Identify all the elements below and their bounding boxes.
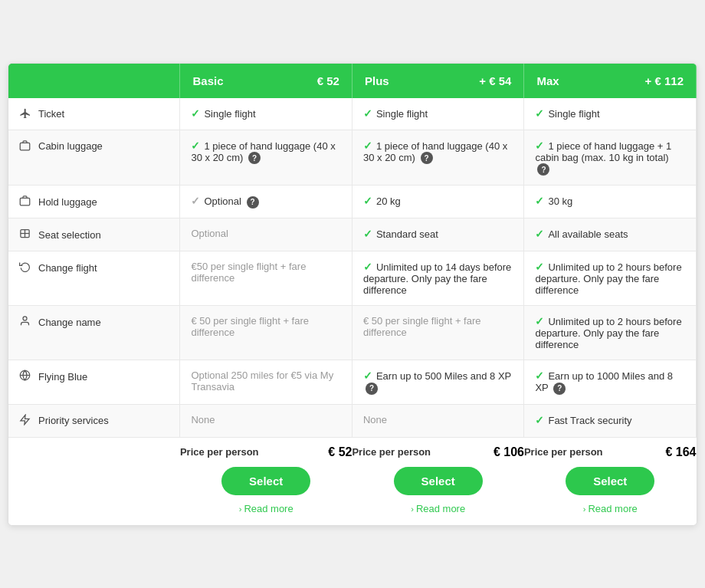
cell-7-1: None: [352, 404, 524, 437]
select-button-max[interactable]: Select: [566, 467, 654, 495]
check-green-icon: ✓: [535, 140, 544, 152]
cell-0-2: ✓Single flight: [524, 98, 697, 130]
cell-7-2: ✓Fast Track security: [524, 404, 697, 437]
check-green-icon: ✓: [535, 107, 544, 120]
select-button-plus[interactable]: Select: [394, 467, 483, 495]
help-icon[interactable]: ?: [247, 196, 259, 209]
table-row: Flying BlueOptional 250 miles for €5 via…: [8, 360, 697, 405]
cell-text: None: [363, 414, 387, 425]
table-row: Change flight€50 per single flight + far…: [8, 251, 697, 306]
cell-3-1: ✓Standard seat: [352, 218, 524, 251]
cell-text: Unlimited up to 2 hours before departure…: [535, 261, 681, 296]
cell-5-2: ✓Unlimited up to 2 hours before departur…: [524, 306, 697, 360]
hold-luggage-icon: [19, 195, 33, 209]
cell-text: All available seats: [548, 228, 628, 240]
priority-services-icon: [19, 414, 33, 428]
table-row: Seat selectionOptional✓Standard seat✓All…: [8, 218, 697, 251]
cell-text: 1 piece of hand luggage + 1 cabin bag (m…: [535, 140, 671, 163]
cell-text: Standard seat: [376, 228, 438, 240]
svg-point-5: [23, 317, 27, 320]
read-more-basic[interactable]: ›Read more: [180, 500, 352, 521]
footer-row: Price per person € 52 Select ›Read more …: [8, 437, 697, 525]
cell-text: Single flight: [376, 108, 428, 120]
cell-2-0: ✓Optional ?: [180, 186, 352, 218]
cell-text: Fast Track security: [548, 415, 631, 426]
cell-4-0: €50 per single flight + fare difference: [180, 251, 352, 306]
header-basic: Basic € 52: [180, 64, 352, 98]
cell-6-2: ✓Earn up to 1000 Miles and 8 XP ?: [524, 360, 697, 405]
footer-basic: Price per person € 52 Select ›Read more: [180, 437, 352, 525]
check-green-icon: ✓: [363, 195, 372, 207]
select-button-basic[interactable]: Select: [221, 467, 310, 495]
cell-4-2: ✓Unlimited up to 2 hours before departur…: [524, 251, 697, 306]
pricing-table: Basic € 52 Plus + € 54 Max + € 112 Ticke…: [8, 63, 697, 526]
check-green-icon: ✓: [363, 107, 372, 120]
plan-price-max: + € 112: [645, 74, 684, 87]
svg-marker-8: [21, 415, 29, 425]
help-icon[interactable]: ?: [366, 383, 378, 395]
cell-text: Optional: [204, 195, 241, 207]
row-label-3: Seat selection: [8, 218, 180, 251]
help-icon[interactable]: ?: [248, 152, 261, 164]
help-icon[interactable]: ?: [537, 163, 549, 176]
cell-6-0: Optional 250 miles for €5 via My Transav…: [180, 360, 352, 405]
cell-text: €50 per single flight + fare difference: [191, 261, 306, 284]
header-row: Basic € 52 Plus + € 54 Max + € 112: [8, 64, 697, 98]
check-green-icon: ✓: [535, 195, 544, 207]
cell-0-1: ✓Single flight: [352, 98, 524, 130]
price-value-plus: € 106: [494, 445, 524, 459]
help-icon[interactable]: ?: [553, 383, 566, 395]
table-row: Priority servicesNoneNone✓Fast Track sec…: [8, 404, 697, 437]
cell-0-0: ✓Single flight: [180, 98, 352, 130]
row-label-7: Priority services: [8, 404, 180, 437]
seat-selection-icon: [19, 228, 33, 241]
row-label-4: Change flight: [8, 251, 180, 306]
table-row: Change name€ 50 per single flight + fare…: [8, 306, 697, 360]
cell-text: None: [191, 414, 215, 425]
cell-text: Optional: [191, 228, 228, 239]
table-row: Ticket✓Single flight✓Single flight✓Singl…: [8, 98, 697, 130]
cell-4-1: ✓Unlimited up to 14 days before departur…: [352, 251, 524, 306]
cell-text: 20 kg: [376, 195, 401, 207]
check-green-icon: ✓: [363, 261, 372, 273]
ticket-icon: [19, 107, 33, 120]
check-green-icon: ✓: [535, 414, 544, 426]
check-gray-icon: ✓: [191, 195, 200, 207]
footer-plus: Price per person € 106 Select ›Read more: [352, 437, 524, 525]
row-label-6: Flying Blue: [8, 360, 180, 405]
header-empty: [8, 64, 180, 98]
price-label-max: Price per person: [524, 446, 603, 458]
change-flight-icon: [19, 261, 33, 274]
check-green-icon: ✓: [191, 140, 200, 152]
cell-text: Earn up to 500 Miles and 8 XP: [376, 370, 511, 382]
cell-1-1: ✓1 piece of hand luggage (40 x 30 x 20 c…: [352, 130, 524, 186]
header-max: Max + € 112: [524, 64, 697, 98]
cell-1-2: ✓1 piece of hand luggage + 1 cabin bag (…: [524, 130, 697, 186]
cell-text: 1 piece of hand luggage (40 x 30 x 20 cm…: [191, 140, 335, 163]
check-green-icon: ✓: [535, 370, 544, 382]
cell-5-0: € 50 per single flight + fare difference: [180, 306, 352, 360]
plan-price-plus: + € 54: [479, 74, 511, 87]
price-value-basic: € 52: [328, 445, 352, 459]
cell-text: Optional 250 miles for €5 via My Transav…: [191, 370, 333, 393]
cell-5-1: € 50 per single flight + fare difference: [352, 306, 524, 360]
footer-empty: [8, 437, 180, 525]
plan-name-plus: Plus: [365, 74, 389, 87]
svg-rect-0: [20, 143, 30, 149]
cell-7-0: None: [180, 404, 352, 437]
read-more-max[interactable]: ›Read more: [524, 500, 697, 521]
flying-blue-icon: [19, 370, 33, 383]
price-label-basic: Price per person: [180, 446, 259, 458]
help-icon[interactable]: ?: [421, 152, 433, 164]
header-plus: Plus + € 54: [352, 64, 524, 98]
cell-2-2: ✓30 kg: [524, 186, 697, 218]
read-more-plus[interactable]: ›Read more: [352, 500, 524, 521]
cell-text: € 50 per single flight + fare difference: [363, 315, 481, 338]
price-label-plus: Price per person: [352, 446, 431, 458]
plan-price-basic: € 52: [317, 74, 339, 87]
row-label-5: Change name: [8, 306, 180, 360]
price-value-max: € 164: [665, 445, 696, 459]
cell-3-0: Optional: [180, 218, 352, 251]
row-label-2: Hold luggage: [8, 186, 180, 218]
cell-text: 30 kg: [548, 195, 572, 207]
